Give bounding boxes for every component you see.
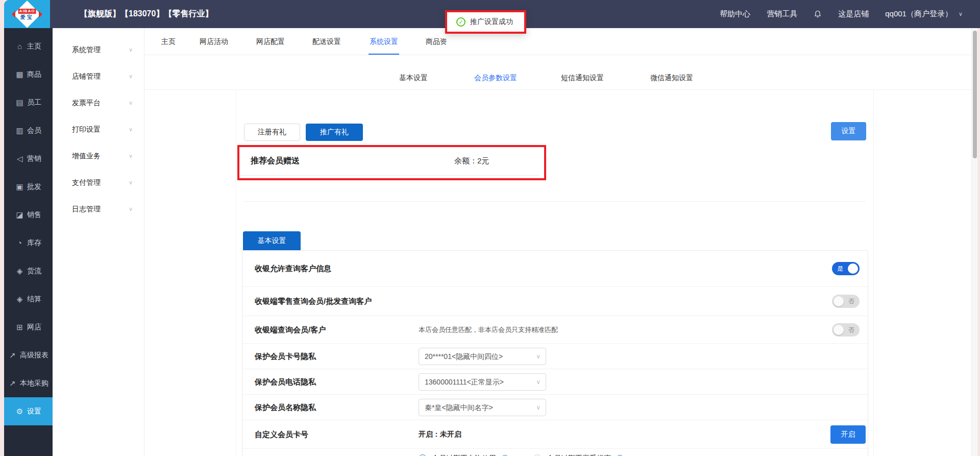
promo-settings-button[interactable]: 设置 — [831, 122, 866, 140]
chevron-down-icon: ∨ — [129, 196, 133, 222]
toggle-query-member-customer[interactable]: 否 — [832, 323, 860, 337]
setting-row-query-customer-info: 收银允许查询客户信息 是 — [242, 251, 868, 287]
settings-subtabbar: 基本设置 会员参数设置 短信通知设置 微信通知设置 — [144, 69, 971, 90]
success-check-icon: ✓ — [456, 17, 465, 27]
success-toast: ✓ 推广设置成功 — [445, 10, 526, 34]
register-gift-tab[interactable]: 注册有礼 — [244, 124, 300, 141]
setting-label: 保护会员卡号隐私 — [255, 351, 316, 361]
setting-row-name-privacy: 保护会员名称隐私 秦*皇<隐藏中间名字> ∨ — [242, 395, 868, 420]
sidebar-item-staff[interactable]: ▤员工 — [4, 88, 53, 116]
purchase-icon: ↗ — [8, 379, 17, 388]
select-value: 20****01<隐藏中间四位> — [425, 352, 503, 361]
toggle-label: 否 — [848, 297, 854, 305]
help-center-link[interactable]: 帮助中心 — [720, 9, 750, 19]
setting-row-retail-query-member: 收银端零售查询会员/批发查询客户 否 — [242, 287, 868, 316]
wholesale-icon: ▣ — [15, 182, 24, 191]
toggle-retail-query-member[interactable]: 否 — [832, 295, 860, 308]
sidebar-label: 会员 — [27, 126, 41, 135]
toggle-knob — [834, 296, 844, 306]
tab-home[interactable]: 主页 — [160, 28, 177, 55]
sidebar-label: 高级报表 — [20, 351, 48, 360]
select-value: 13600001111<正常显示> — [425, 378, 504, 386]
sidebar-item-settlement[interactable]: ◈结算 — [4, 285, 53, 313]
sidebar-item-goods[interactable]: ▦商品 — [4, 60, 53, 88]
name-privacy-select[interactable]: 秦*皇<隐藏中间名字> ∨ — [419, 399, 546, 416]
submenu-label: 日志管理 — [72, 205, 101, 213]
submenu-label: 系统管理 — [72, 45, 101, 54]
tab-system-settings[interactable]: 系统设置 — [369, 28, 399, 55]
basic-settings-tab[interactable]: 基本设置 — [243, 231, 301, 250]
account-menu[interactable]: qq001（商户登录） — [885, 9, 952, 19]
sidebar-item-sales[interactable]: ◪销售 — [4, 201, 53, 229]
sidebar-item-inventory[interactable]: ◔库存 — [4, 229, 53, 257]
submenu-item-value-added[interactable]: 增值业务∨ — [53, 142, 144, 169]
setting-note: 本店会员任意匹配，非本店会员只支持精准匹配 — [419, 325, 558, 334]
toggle-knob — [848, 263, 858, 274]
sidebar-item-advanced-reports[interactable]: ↗高级报表 — [4, 341, 53, 369]
sidebar-label: 营销 — [27, 154, 41, 163]
marketing-tools-link[interactable]: 营销工具 — [767, 9, 797, 19]
chevron-down-icon: ∨ — [536, 399, 541, 416]
app-logo[interactable]: AIBAO 爱宝 — [4, 0, 50, 28]
sidebar-item-marketing[interactable]: ◁营销 — [4, 145, 53, 173]
sidebar-label: 网店 — [27, 323, 41, 332]
tab-shop-activity[interactable]: 网店活动 — [199, 28, 229, 55]
toggle-label: 否 — [848, 326, 854, 334]
subtab-wechat-notify[interactable]: 微信通知设置 — [650, 69, 693, 89]
sidebar-item-settings[interactable]: ⚙设置 — [4, 397, 53, 425]
shop-switcher[interactable]: 这是店铺 — [838, 9, 869, 19]
tab-delivery-settings[interactable]: 配送设置 — [311, 28, 342, 55]
sidebar-item-home[interactable]: ⌂主页 — [4, 32, 53, 60]
subtab-sms-notify[interactable]: 短信通知设置 — [561, 69, 604, 89]
member-icon: ▥ — [15, 126, 24, 135]
setting-label: 收银端查询会员/客户 — [255, 325, 326, 334]
setting-row-member-expire: 会员过期不允许使用 i 会员过期不享受优惠 i — [242, 449, 868, 456]
setting-row-query-member-customer: 收银端查询会员/客户 本店会员任意匹配，非本店会员只支持精准匹配 否 — [242, 316, 868, 344]
sales-icon: ◪ — [15, 210, 24, 220]
staff-icon: ▤ — [15, 98, 24, 107]
submenu-item-log-management[interactable]: 日志管理∨ — [53, 196, 144, 222]
submenu-label: 店铺管理 — [72, 72, 101, 80]
goods-icon: ▦ — [15, 70, 24, 79]
chevron-down-icon: ∨ — [129, 36, 133, 63]
reports-icon: ↗ — [8, 351, 17, 360]
submenu-item-invoice-platform[interactable]: 发票平台∨ — [53, 89, 144, 116]
page-scrollbar — [971, 28, 977, 456]
toggle-query-customer-info[interactable]: 是 — [832, 262, 860, 275]
phone-privacy-select[interactable]: 13600001111<正常显示> ∨ — [419, 373, 546, 391]
select-value: 秦*皇<隐藏中间名字> — [425, 403, 493, 412]
card-privacy-select[interactable]: 20****01<隐藏中间四位> ∨ — [419, 348, 546, 365]
submenu-label: 打印设置 — [72, 125, 101, 133]
open-button[interactable]: 开启 — [830, 425, 866, 444]
scrollbar-thumb[interactable] — [973, 31, 977, 158]
sidebar-item-members[interactable]: ▥会员 — [4, 116, 53, 145]
subtab-basic-settings[interactable]: 基本设置 — [399, 69, 428, 89]
chevron-down-icon: ∨ — [536, 348, 541, 365]
sidebar-item-eshop[interactable]: ⊞网店 — [4, 313, 53, 341]
account-caret-icon[interactable]: ∨ — [959, 11, 963, 17]
main-content: 主页 网店活动 网店配置 配送设置 系统设置 商品资 基本设置 会员参数设置 短… — [144, 28, 971, 456]
chevron-down-icon: ∨ — [129, 169, 133, 196]
subtab-member-params[interactable]: 会员参数设置 — [474, 69, 517, 89]
radio-label: 会员过期不允许使用 — [432, 454, 496, 456]
submenu-item-payment-management[interactable]: 支付管理∨ — [53, 169, 144, 196]
sidebar-label: 员工 — [27, 98, 41, 107]
submenu-item-print-settings[interactable]: 打印设置∨ — [53, 116, 144, 142]
sidebar-item-wholesale[interactable]: ▣批发 — [4, 173, 53, 201]
toggle-knob — [834, 325, 844, 335]
settlement-icon: ◈ — [15, 295, 24, 304]
bell-icon[interactable] — [814, 10, 822, 18]
sidebar-item-local-purchase[interactable]: ↗本地采购 — [4, 369, 53, 397]
submenu-item-store-management[interactable]: 店铺管理∨ — [53, 63, 144, 89]
tab-shop-config[interactable]: 网店配置 — [255, 28, 286, 55]
submenu-label: 支付管理 — [72, 178, 101, 186]
home-icon: ⌂ — [15, 42, 24, 51]
promo-gift-tab[interactable]: 推广有礼 — [306, 124, 363, 141]
submenu-label: 增值业务 — [72, 152, 101, 160]
window-title: 【旗舰版】【183070】【零售行业】 — [80, 9, 213, 19]
setting-label: 自定义会员卡号 — [255, 429, 308, 439]
recommend-member-gift-label: 推荐会员赠送 — [251, 156, 300, 166]
sidebar-item-logistics[interactable]: ◈货流 — [4, 257, 53, 285]
submenu-item-system-management[interactable]: 系统管理∨ — [53, 36, 144, 63]
sidebar-label: 库存 — [27, 238, 41, 248]
